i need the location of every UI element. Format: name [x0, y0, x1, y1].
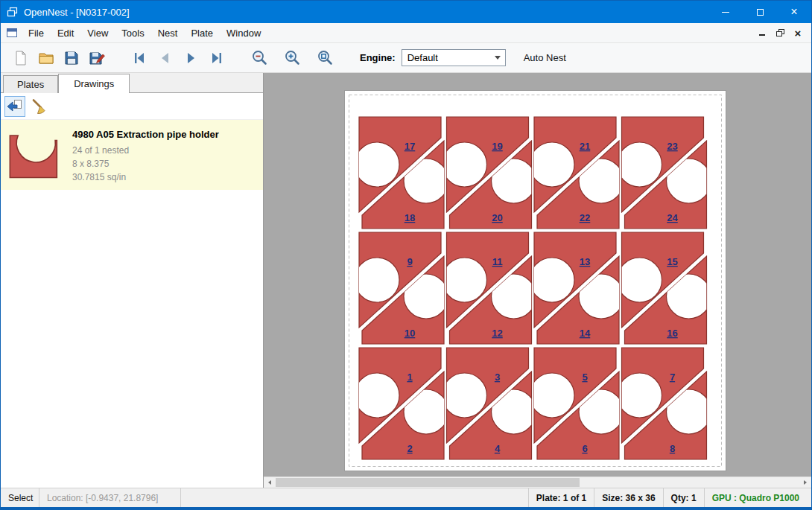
drawing-info: 4980 A05 Extraction pipe holder 24 of 1 … — [72, 126, 219, 184]
nested-part-pair[interactable]: 910 — [355, 232, 448, 344]
mdi-minimize-icon — [759, 34, 765, 36]
status-location: Location: [-0.9437, 21.8796] — [39, 488, 181, 507]
nest-canvas[interactable]: 171819202122232491011121314151612345678 — [264, 73, 811, 488]
zoom-fit-button[interactable] — [312, 46, 337, 70]
engine-select[interactable]: Default — [402, 49, 506, 66]
maximize-icon — [757, 9, 764, 16]
nested-part-pair[interactable]: 78 — [618, 348, 711, 459]
part-number: 21 — [580, 141, 590, 152]
scroll-left-button[interactable] — [264, 477, 276, 488]
titlebar: OpenNest - [N0317-002] × — [1, 1, 811, 23]
plate[interactable]: 171819202122232491011121314151612345678 — [344, 90, 726, 471]
menubar: File Edit View Tools Nest Plate Window × — [1, 23, 811, 43]
scrollbar-track[interactable] — [276, 477, 799, 488]
part-number: 24 — [667, 212, 678, 223]
menu-tools[interactable]: Tools — [115, 25, 150, 42]
scroll-right-button[interactable] — [799, 477, 811, 488]
mdi-close-button[interactable]: × — [790, 26, 805, 39]
part-number: 5 — [582, 372, 587, 383]
nested-part-pair[interactable]: 2324 — [618, 117, 711, 229]
part-number: 16 — [667, 328, 677, 339]
part-number: 22 — [580, 212, 590, 223]
mdi-child-icon — [6, 27, 18, 39]
scroll-left-icon — [267, 479, 273, 485]
clear-broom-button[interactable] — [29, 96, 50, 117]
tab-plates[interactable]: Plates — [3, 75, 58, 93]
menu-window[interactable]: Window — [220, 25, 267, 42]
engine-label: Engine: — [360, 52, 396, 63]
mdi-minimize-button[interactable] — [755, 26, 770, 39]
part-number: 2 — [407, 443, 412, 454]
window-title: OpenNest - [N0317-002] — [24, 7, 130, 18]
save-button[interactable] — [59, 46, 84, 70]
app-window: OpenNest - [N0317-002] × File Edit View … — [0, 0, 812, 510]
drawing-list-item[interactable]: 4980 A05 Extraction pipe holder 24 of 1 … — [1, 120, 263, 190]
menu-view[interactable]: View — [80, 25, 115, 42]
first-plate-button[interactable] — [127, 46, 153, 70]
statusbar: Select Location: [-0.9437, 21.8796] Plat… — [1, 488, 811, 507]
nested-part-pair[interactable]: 1314 — [530, 232, 624, 344]
sidebar: Plates Drawings — [1, 73, 264, 488]
auto-nest-button[interactable]: Auto Nest — [524, 52, 566, 63]
next-arrow-icon — [183, 50, 199, 66]
mdi-restore-button[interactable] — [773, 26, 787, 39]
toolbar: Engine: Default Auto Nest — [1, 43, 811, 73]
mdi-window-controls: × — [755, 26, 811, 39]
zoom-out-icon — [251, 49, 268, 66]
menu-nest[interactable]: Nest — [151, 25, 185, 42]
save-icon — [63, 50, 80, 66]
drawing-area: 30.7815 sq/in — [72, 170, 219, 184]
prev-plate-button[interactable] — [153, 46, 178, 70]
menu-edit[interactable]: Edit — [51, 25, 80, 42]
zoom-out-button[interactable] — [247, 46, 272, 70]
maximize-button[interactable] — [743, 1, 777, 23]
part-number: 7 — [670, 372, 675, 383]
caption-buttons: × — [708, 1, 811, 23]
status-plate-count: Plate: 1 of 1 — [528, 488, 594, 507]
chevron-down-icon — [495, 56, 501, 60]
scrollbar-thumb[interactable] — [276, 478, 580, 487]
zoom-in-icon — [284, 49, 301, 66]
zoom-in-button[interactable] — [279, 46, 305, 70]
new-file-icon — [13, 50, 29, 66]
part-number: 14 — [580, 328, 591, 339]
part-number: 15 — [667, 256, 677, 267]
last-arrow-icon — [208, 50, 224, 66]
first-arrow-icon — [132, 50, 148, 66]
open-button[interactable] — [34, 46, 59, 70]
nested-part-pair[interactable]: 12 — [355, 348, 448, 459]
nested-part-pair[interactable]: 56 — [530, 348, 624, 459]
next-plate-button[interactable] — [178, 46, 203, 70]
nested-part-pair[interactable]: 2122 — [530, 117, 624, 229]
tab-drawings[interactable]: Drawings — [58, 74, 130, 93]
nested-part-pair[interactable]: 1920 — [443, 117, 536, 229]
nested-part-pair[interactable]: 1112 — [443, 232, 536, 344]
horizontal-scrollbar[interactable] — [264, 476, 811, 488]
nested-part-pair[interactable]: 1718 — [355, 117, 448, 229]
status-mode: Select — [1, 488, 39, 507]
broom-icon — [31, 98, 48, 115]
drawings-list: 4980 A05 Extraction pipe holder 24 of 1 … — [1, 120, 263, 488]
part-number: 11 — [492, 256, 503, 267]
close-button[interactable]: × — [777, 1, 811, 23]
last-plate-button[interactable] — [203, 46, 229, 70]
part-number: 9 — [407, 256, 412, 267]
minimize-button[interactable] — [708, 1, 743, 23]
zoom-fit-icon — [317, 49, 334, 66]
nested-part-pair[interactable]: 34 — [443, 348, 536, 459]
mdi-restore-icon — [776, 29, 784, 37]
save-edit-button[interactable] — [84, 46, 110, 70]
part-number: 6 — [582, 443, 587, 454]
new-button[interactable] — [8, 46, 34, 70]
blue-arrow-icon — [6, 98, 24, 115]
menu-plate[interactable]: Plate — [184, 25, 220, 42]
sidebar-tabstrip: Plates Drawings — [1, 73, 263, 93]
part-number: 8 — [670, 443, 675, 454]
menu-file[interactable]: File — [22, 25, 51, 42]
nested-part-pair[interactable]: 1516 — [618, 232, 711, 344]
send-to-nest-button[interactable] — [4, 96, 25, 117]
part-number: 12 — [492, 328, 502, 339]
part-number: 17 — [405, 141, 415, 152]
status-qty: Qty: 1 — [663, 488, 704, 507]
part-number: 20 — [492, 212, 502, 223]
